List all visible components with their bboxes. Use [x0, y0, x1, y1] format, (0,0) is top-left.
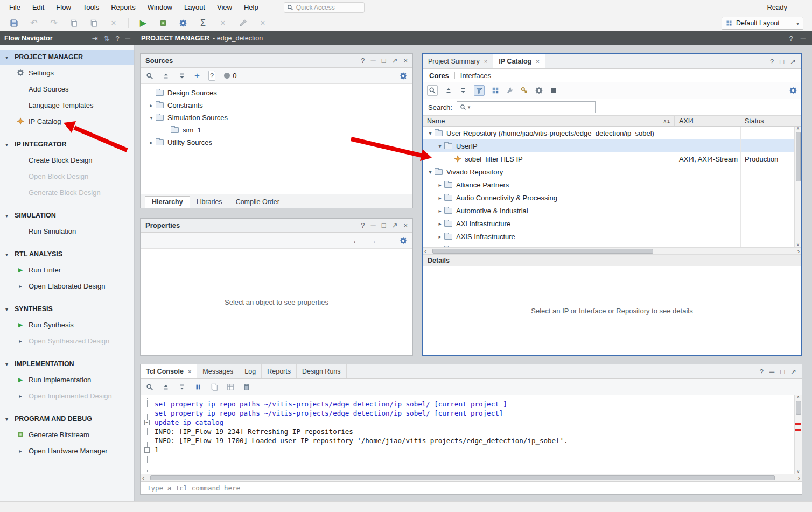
maximize-icon[interactable]: □ [780, 58, 784, 65]
undo-icon[interactable]: ↶ [29, 18, 39, 29]
collapse-toggle-icon[interactable]: − [144, 447, 150, 453]
expand-all-icon[interactable] [178, 72, 186, 80]
maximize-icon[interactable]: □ [382, 222, 386, 229]
sidebar-item-create-block-design[interactable]: Create Block Design [0, 152, 134, 168]
menu-view[interactable]: View [211, 0, 238, 15]
tab-ip-catalog[interactable]: IP Catalog × [493, 54, 545, 68]
scrollbar-thumb[interactable] [796, 132, 801, 181]
scroll-left-icon[interactable]: ‹ [424, 248, 426, 255]
menu-help[interactable]: Help [238, 0, 264, 15]
sidebar-item-open-synthesized-design[interactable]: ▸ Open Synthesized Design [0, 333, 134, 349]
menu-window[interactable]: Window [142, 0, 178, 15]
report-table-icon[interactable] [227, 383, 234, 391]
quick-access-input[interactable] [296, 4, 355, 11]
add-repository-icon[interactable] [492, 87, 499, 94]
sidebar-item-settings[interactable]: Settings [0, 65, 134, 81]
customize-ip-icon[interactable] [506, 87, 514, 94]
chevron-right-icon[interactable]: ▸ [147, 139, 156, 145]
chevron-right-icon[interactable]: ▸ [436, 195, 444, 201]
redo-icon[interactable]: ↷ [48, 18, 59, 29]
paste-icon[interactable] [88, 18, 99, 29]
ip-search-field[interactable]: ▾ [457, 101, 596, 113]
expand-all-icon[interactable] [178, 383, 186, 391]
minimize-icon[interactable]: ─ [801, 35, 806, 42]
catalog-row-baseip[interactable]: ▸ BaseIP [423, 243, 794, 247]
chevron-right-icon[interactable]: ▸ [436, 182, 444, 188]
catalog-row-axis-infrastructure[interactable]: ▸ AXIS Infrastructure [423, 230, 794, 243]
chevron-down-icon[interactable]: ▾ [436, 143, 444, 149]
trash-icon[interactable] [243, 383, 250, 391]
collapse-all-icon[interactable] [162, 72, 170, 80]
catalog-row-user-repository[interactable]: ▾ User Repository (/home/jiao/vitis-proj… [423, 127, 794, 139]
help-icon[interactable]: ? [116, 35, 120, 42]
scrollbar-thumb[interactable] [432, 249, 653, 254]
tab-project-summary[interactable]: Project Summary × [423, 54, 493, 68]
menu-reports[interactable]: Reports [105, 0, 142, 15]
tab-hierarchy[interactable]: Hierarchy [145, 196, 190, 208]
minimize-icon[interactable]: ─ [370, 222, 375, 229]
chevron-down-icon[interactable]: ▾ [426, 130, 435, 136]
tcl-command-input[interactable] [147, 484, 632, 492]
sidebar-item-open-hardware-manager[interactable]: ▸ Open Hardware Manager [0, 443, 134, 459]
column-header-axi4[interactable]: AXI4 [675, 116, 740, 126]
tree-item-constraints[interactable]: ▸ Constraints [141, 99, 412, 111]
horizontal-scrollbar[interactable]: ‹ › [141, 474, 802, 481]
sidebar-section-ip-integrator[interactable]: ▾ IP INTEGRATOR [0, 137, 134, 152]
pause-output-icon[interactable] [194, 383, 202, 391]
collapse-toggle-icon[interactable]: − [144, 420, 150, 425]
catalog-row-axi-infrastructure[interactable]: ▸ AXI Infrastructure [423, 217, 794, 230]
scrollbar-thumb[interactable] [796, 401, 801, 415]
catalog-row-userip[interactable]: ▾ UserIP [423, 139, 794, 152]
program-device-icon[interactable] [158, 18, 169, 29]
search-icon[interactable] [146, 383, 153, 391]
sidebar-section-simulation[interactable]: ▾ SIMULATION [0, 208, 134, 223]
help-icon[interactable]: ? [760, 368, 764, 375]
scrollbar-thumb[interactable] [150, 475, 775, 480]
maximize-icon[interactable]: □ [780, 368, 785, 375]
close-icon[interactable]: × [536, 58, 539, 65]
menu-layout[interactable]: Layout [178, 0, 211, 15]
gear-icon[interactable] [400, 72, 407, 80]
horizontal-scrollbar[interactable]: ‹ › [423, 247, 801, 255]
sidebar-item-language-templates[interactable]: Language Templates [0, 97, 134, 113]
sidebar-item-open-elaborated-design[interactable]: ▸ Open Elaborated Design [0, 278, 134, 294]
sidebar-item-ip-catalog[interactable]: IP Catalog [0, 113, 134, 129]
sidebar-section-program-and-debug[interactable]: ▾ PROGRAM AND DEBUG [0, 411, 134, 426]
catalog-row-automotive-industrial[interactable]: ▸ Automotive & Industrial [423, 204, 794, 217]
ip-search-input[interactable] [472, 103, 579, 111]
vertical-scrollbar[interactable]: ∧ ∨ [794, 127, 801, 247]
sidebar-section-rtl-analysis[interactable]: ▾ RTL ANALYSIS [0, 247, 134, 262]
add-sources-icon[interactable]: + [194, 71, 200, 80]
gear-icon[interactable] [789, 87, 797, 94]
edit-icon[interactable] [237, 18, 248, 29]
search-icon[interactable] [146, 72, 153, 80]
help-icon[interactable]: ? [789, 35, 793, 42]
console-output[interactable]: set_property ip_repo_paths ~/vitis-proje… [141, 395, 802, 474]
forward-icon[interactable]: → [369, 236, 377, 244]
collapse-all-icon[interactable] [445, 87, 452, 94]
sidebar-item-open-implemented-design[interactable]: ▸ Open Implemented Design [0, 388, 134, 404]
expand-all-icon[interactable] [459, 87, 467, 94]
save-icon[interactable] [9, 18, 19, 29]
abort-icon[interactable]: × [257, 18, 268, 29]
scope-help-icon[interactable]: ? [208, 71, 215, 81]
tab-reports[interactable]: Reports [262, 364, 297, 378]
expand-collapse-icon[interactable]: ⇅ [104, 35, 110, 42]
subtab-interfaces[interactable]: Interfaces [460, 72, 491, 80]
maximize-icon[interactable]: □ [382, 57, 386, 64]
license-key-icon[interactable] [521, 87, 528, 94]
back-icon[interactable]: ← [352, 236, 360, 244]
copy-icon[interactable] [211, 383, 218, 391]
scroll-right-icon[interactable]: › [797, 248, 800, 255]
help-icon[interactable]: ? [770, 58, 774, 65]
vertical-scrollbar[interactable]: ∧ ∨ [794, 395, 802, 474]
tab-libraries[interactable]: Libraries [190, 196, 229, 208]
close-icon[interactable]: × [484, 58, 487, 65]
scroll-down-icon[interactable]: ∨ [797, 469, 800, 474]
scroll-down-icon[interactable]: ∨ [796, 243, 800, 247]
minimize-icon[interactable]: ─ [125, 35, 130, 42]
tab-compile-order[interactable]: Compile Order [229, 196, 286, 208]
tab-log[interactable]: Log [239, 364, 262, 378]
tree-item-simulation-sources[interactable]: ▾ Simulation Sources [141, 111, 412, 124]
sidebar-item-open-block-design[interactable]: Open Block Design [0, 168, 134, 184]
